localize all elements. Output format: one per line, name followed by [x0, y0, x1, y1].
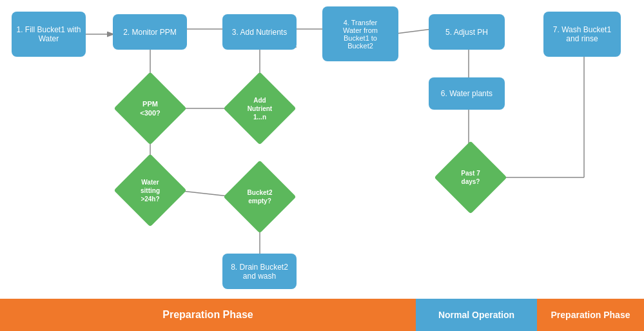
- diamond-add-nutrient: AddNutrient1...n: [234, 83, 286, 134]
- step-3-add-nutrients: 3. Add Nutrients: [222, 14, 297, 50]
- footer-prep-left: Preparation Phase: [0, 299, 416, 331]
- diamond-past-7-days: Past 7days?: [445, 152, 496, 203]
- footer-bar: Preparation Phase Normal Operation Prepa…: [0, 299, 644, 331]
- footer-prep-right: Preparation Phase: [537, 299, 644, 331]
- diagram-area: 1. Fill Bucket1 with Water 2. Monitor PP…: [0, 0, 644, 297]
- step-7-wash-bucket: 7. Wash Bucket1and rinse: [543, 12, 621, 57]
- diamond-ppm-check: PPM<300?: [124, 83, 176, 134]
- svg-line-7: [396, 29, 432, 34]
- diamond-bucket2-empty: Bucket2empty?: [234, 171, 286, 223]
- diamond-water-sitting: Watersitting>24h?: [124, 165, 176, 216]
- footer-prep-right-label: Preparation Phase: [551, 310, 630, 320]
- step-6-water-plants: 6. Water plants: [429, 77, 505, 110]
- footer-normal-label: Normal Operation: [438, 310, 514, 320]
- footer-normal-operation: Normal Operation: [416, 299, 537, 331]
- step-1-fill-bucket: 1. Fill Bucket1 with Water: [12, 12, 86, 57]
- step-8-drain-bucket: 8. Drain Bucket2and wash: [222, 254, 297, 289]
- step-2-monitor-ppm: 2. Monitor PPM: [113, 14, 187, 50]
- step-4-transfer-water: 4. TransferWater fromBucket1 toBucket2: [322, 6, 398, 61]
- step-5-adjust-ph: 5. Adjust PH: [429, 14, 505, 50]
- footer-prep-left-label: Preparation Phase: [162, 309, 253, 321]
